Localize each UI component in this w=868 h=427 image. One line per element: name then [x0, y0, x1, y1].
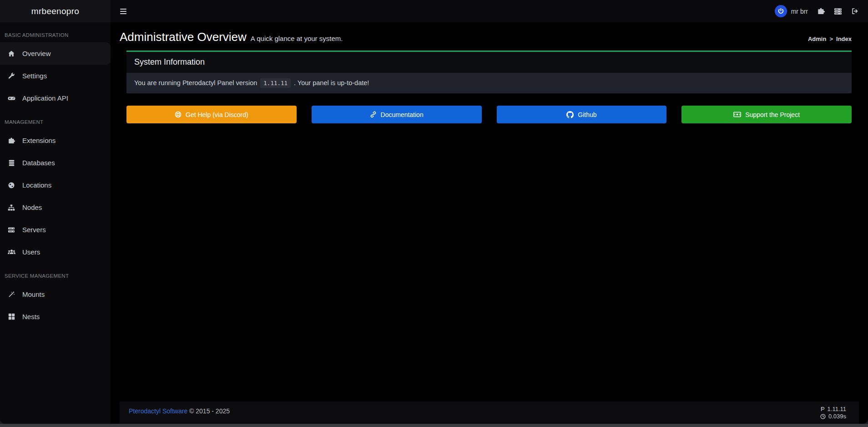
content: Administrative Overview A quick glance a…	[111, 22, 868, 424]
panel-body: You are running Pterodactyl Panel versio…	[126, 73, 852, 93]
sidebar-item-extensions[interactable]: Extensions	[0, 129, 111, 152]
viewport: mrbeenopro BASIC ADMINISTRATION Overview…	[0, 0, 868, 427]
github-icon	[566, 111, 574, 118]
topbar: mr brr	[111, 0, 868, 22]
copyright-text: © 2015 - 2025	[189, 407, 230, 415]
username: mr brr	[791, 8, 808, 15]
database-icon	[6, 159, 16, 167]
page-header: Administrative Overview A quick glance a…	[120, 30, 859, 44]
power-icon	[777, 8, 784, 15]
sidebar-item-label: Users	[22, 248, 40, 256]
page-subtitle: A quick glance at your system.	[251, 35, 343, 42]
pterodactyl-software-link[interactable]: Pterodactyl Software	[129, 407, 187, 415]
hamburger-menu-icon[interactable]	[119, 7, 127, 16]
sidebar-item-label: Databases	[22, 159, 55, 167]
footer: Pterodactyl Software © 2015 - 2025 Ᵽ 1.1…	[120, 402, 859, 424]
home-icon	[6, 50, 16, 57]
sidebar-item-label: Locations	[22, 181, 51, 189]
sidebar-item-label: Mounts	[22, 290, 45, 298]
sidebar-item-users[interactable]: Users	[0, 241, 111, 263]
get-help-discord-button[interactable]: Get Help (via Discord)	[126, 106, 297, 123]
gamepad-icon	[6, 95, 16, 102]
puzzle-icon	[6, 137, 16, 144]
users-icon	[6, 249, 16, 256]
breadcrumb-admin[interactable]: Admin	[808, 36, 826, 42]
button-label: Documentation	[381, 111, 424, 118]
clock-icon	[820, 414, 826, 419]
button-label: Get Help (via Discord)	[186, 111, 248, 118]
sidebar-item-label: Application API	[22, 94, 68, 102]
sidebar-item-label: Settings	[22, 72, 47, 80]
horizontal-scrollbar[interactable]	[0, 424, 868, 427]
servers-shortcut-icon[interactable]	[834, 7, 842, 15]
sidebar: mrbeenopro BASIC ADMINISTRATION Overview…	[0, 0, 111, 424]
grid-icon	[6, 313, 16, 320]
brand-logo[interactable]: mrbeenopro	[0, 0, 111, 22]
sidebar-item-label: Servers	[22, 226, 46, 234]
sign-out-icon[interactable]	[851, 7, 859, 15]
sidebar-item-nodes[interactable]: Nodes	[0, 196, 111, 219]
topbar-right: mr brr	[775, 5, 859, 17]
quick-links: Get Help (via Discord) Documentation Git…	[126, 106, 852, 123]
support-project-button[interactable]: Support the Project	[681, 106, 852, 123]
page-title: Administrative Overview	[120, 30, 247, 44]
footer-loadtime-row: 0.039s	[820, 413, 846, 420]
wrench-icon	[6, 72, 16, 80]
sidebar-item-overview[interactable]: Overview	[0, 42, 111, 65]
server-icon	[6, 226, 16, 234]
breadcrumb-separator: >	[829, 36, 833, 42]
extensions-puzzle-icon[interactable]	[817, 7, 825, 15]
money-bill-icon	[733, 111, 741, 118]
sidebar-section-service-management: SERVICE MANAGEMENT	[0, 263, 111, 283]
github-button[interactable]: Github	[497, 106, 667, 123]
sitemap-icon	[6, 204, 16, 211]
app-window: mrbeenopro BASIC ADMINISTRATION Overview…	[0, 0, 868, 424]
sidebar-item-locations[interactable]: Locations	[0, 174, 111, 196]
button-label: Support the Project	[745, 111, 800, 118]
link-icon	[370, 111, 377, 118]
pterodactyl-glyph-icon: Ᵽ	[821, 406, 825, 413]
user-menu[interactable]: mr brr	[775, 5, 808, 17]
button-label: Github	[578, 111, 596, 118]
footer-meta: Ᵽ 1.11.11 0.039s	[820, 406, 846, 420]
sidebar-item-databases[interactable]: Databases	[0, 152, 111, 174]
magic-wand-icon	[6, 291, 16, 298]
footer-copyright: Pterodactyl Software © 2015 - 2025	[129, 407, 230, 415]
sidebar-item-application-api[interactable]: Application API	[0, 87, 111, 109]
main-area: mr brr Administrative Overview	[111, 0, 868, 424]
system-information-panel: System Information You are running Ptero…	[126, 51, 852, 93]
breadcrumb-index: Index	[836, 36, 852, 42]
footer-load-time: 0.039s	[828, 413, 846, 420]
version-message-prefix: You are running Pterodactyl Panel versio…	[134, 79, 257, 86]
sidebar-item-servers[interactable]: Servers	[0, 219, 111, 241]
avatar	[775, 5, 787, 17]
footer-version: 1.11.11	[828, 406, 846, 413]
sidebar-section-basic-administration: BASIC ADMINISTRATION	[0, 22, 111, 42]
sidebar-item-mounts[interactable]: Mounts	[0, 283, 111, 305]
sidebar-item-settings[interactable]: Settings	[0, 65, 111, 87]
documentation-button[interactable]: Documentation	[312, 106, 482, 123]
sidebar-item-label: Nests	[22, 313, 40, 320]
sidebar-item-label: Overview	[22, 50, 51, 57]
sidebar-item-nests[interactable]: Nests	[0, 305, 111, 328]
panel-title: System Information	[126, 52, 852, 73]
footer-version-row: Ᵽ 1.11.11	[821, 406, 846, 413]
version-message-suffix: . Your panel is up-to-date!	[294, 79, 369, 86]
globe-icon	[6, 182, 16, 189]
sidebar-item-label: Extensions	[22, 137, 56, 144]
sidebar-section-management: MANAGEMENT	[0, 109, 111, 129]
life-ring-icon	[175, 111, 182, 118]
version-badge: 1.11.11	[260, 78, 291, 88]
sidebar-item-label: Nodes	[22, 203, 42, 211]
breadcrumb: Admin > Index	[808, 36, 859, 42]
